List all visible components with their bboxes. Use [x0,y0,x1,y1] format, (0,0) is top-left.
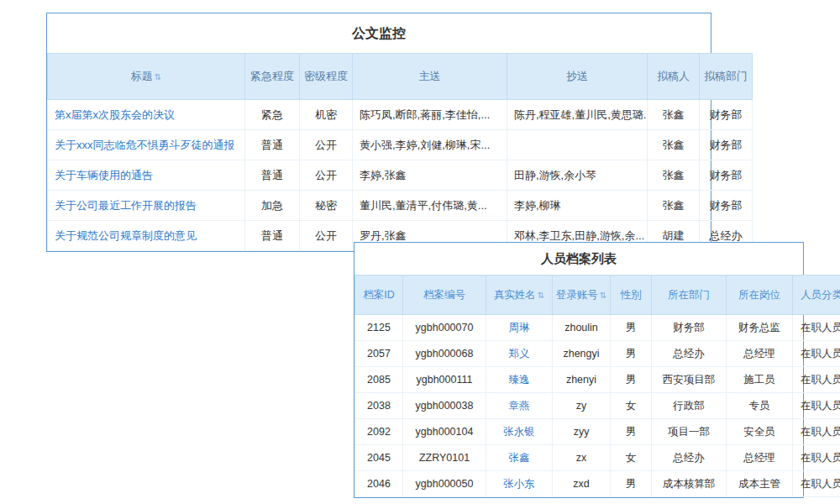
table-cell: 田静,游恢,余小琴 [507,160,648,191]
document-title-link[interactable]: 关于xxx同志临危不惧勇斗歹徒的通报 [55,139,235,151]
table-cell: 周琳 [486,315,553,341]
table-cell: 2092 [355,419,403,445]
table-cell: 财务部 [700,130,753,160]
person-name-link[interactable]: 郑义 [509,348,530,360]
person-name-link[interactable]: 章燕 [509,400,530,412]
table-cell: 总经理 [727,341,793,367]
column-header: 档案ID [355,276,403,315]
table-cell: 李婷,柳琳 [507,191,648,221]
person-name-link[interactable]: 张小东 [503,478,535,490]
column-header: 人员分类 [793,276,840,315]
table-row: 2038ygbh000038章燕zy女行政部专员在职人员 [355,393,840,419]
table-cell: 张鑫 [648,160,700,191]
table-cell: 行政部 [652,393,727,419]
document-title-link[interactable]: 第x届第x次股东会的决议 [55,108,175,121]
table-cell: zhenyi [553,367,611,393]
table-cell: 财务部 [700,160,753,191]
column-header-label: 拟稿人 [657,70,690,82]
personnel-archive-body: 2125ygbh000070周琳zhoulin男财务部财务总监在职人员2057y… [355,315,840,497]
table-cell: 张永银 [486,419,553,445]
column-header[interactable]: 真实姓名⇅ [486,276,553,315]
table-cell: 2045 [355,445,403,471]
table-row: 2092ygbh000104张永银zyy男项目一部安全员在职人员 [355,419,840,445]
column-header: 紧急程度 [245,54,300,100]
table-cell: 男 [611,367,652,393]
table-cell: 张鑫 [648,100,700,130]
sort-icon[interactable]: ⇅ [538,291,544,300]
table-cell: 张小东 [486,471,553,497]
table-row: 2125ygbh000070周琳zhoulin男财务部财务总监在职人员 [355,315,840,341]
table-row: 2057ygbh000068郑义zhengyi男总经办总经理在职人员 [355,341,840,367]
table-cell: 男 [611,341,652,367]
column-header: 拟稿部门 [700,54,753,100]
table-cell: 在职人员 [793,315,840,341]
column-header[interactable]: 标题⇅ [48,54,245,100]
personnel-archive-panel: 人员档案列表 档案ID档案编号真实姓名⇅登录账号⇅性别所在部门所在岗位人员分类 … [354,242,804,498]
table-cell: 财务部 [700,100,753,130]
document-monitor-body: 第x届第x次股东会的决议紧急机密陈巧凤,断郎,蒋丽,李佳怡,...陈丹,程亚雄,… [48,100,753,251]
person-name-link[interactable]: 张永银 [503,426,535,438]
table-cell: zx [553,445,611,471]
page: 公文监控 标题⇅紧急程度密级程度主送抄送拟稿人拟稿部门 第x届第x次股东会的决议… [0,0,840,504]
sort-icon[interactable]: ⇅ [155,72,161,81]
column-header-label: 性别 [621,289,642,301]
personnel-archive-table: 档案ID档案编号真实姓名⇅登录账号⇅性别所在部门所在岗位人员分类 2125ygb… [354,275,840,497]
sort-icon[interactable]: ⇅ [600,291,606,300]
table-row: 2045ZZRY0101张鑫zx女总经办总经理在职人员 [355,445,840,471]
table-cell: 女 [611,393,652,419]
column-header-label: 所在部门 [668,289,710,301]
table-cell: 2057 [355,341,403,367]
column-header-label: 档案ID [363,289,395,301]
column-header-label: 主送 [419,70,441,82]
column-header: 拟稿人 [648,54,700,100]
table-row: 关于xxx同志临危不惧勇斗歹徒的通报普通公开黄小强,李婷,刘健,柳琳,宋...张… [48,130,753,160]
table-cell: 臻逸 [486,367,553,393]
column-header-label: 抄送 [566,70,588,82]
column-header: 性别 [611,276,652,315]
table-cell: 财务总监 [727,315,793,341]
table-cell: 公开 [300,221,353,251]
table-cell: 在职人员 [793,341,840,367]
table-cell: 男 [611,471,652,497]
table-cell: 第x届第x次股东会的决议 [48,100,245,130]
table-cell: 2125 [355,315,403,341]
document-title-link[interactable]: 关于公司最近工作开展的报告 [55,199,197,212]
table-row: 2046ygbh000050张小东zxd男成本核算部成本主管在职人员 [355,471,840,497]
person-name-link[interactable]: 张鑫 [509,452,530,464]
column-header-label: 密级程度 [304,70,348,82]
person-name-link[interactable]: 臻逸 [509,374,530,386]
table-cell: 在职人员 [793,419,840,445]
table-cell: 陈巧凤,断郎,蒋丽,李佳怡,... [353,100,507,130]
header-row: 标题⇅紧急程度密级程度主送抄送拟稿人拟稿部门 [48,54,753,100]
table-cell: 总经办 [652,445,727,471]
personnel-archive-title: 人员档案列表 [354,243,803,275]
table-cell: 在职人员 [793,393,840,419]
table-cell: 施工员 [727,367,793,393]
table-cell: 财务部 [700,191,753,221]
table-cell: 章燕 [486,393,553,419]
table-cell: 紧急 [245,100,300,130]
table-cell: 关于xxx同志临危不惧勇斗歹徒的通报 [48,130,245,160]
table-cell: zy [553,393,611,419]
table-cell: 2038 [355,393,403,419]
table-cell: 成本核算部 [652,471,727,497]
table-cell: ygbh000050 [403,471,486,497]
table-cell: 关于车辆使用的通告 [48,160,245,191]
document-monitor-title: 公文监控 [47,13,711,53]
table-cell: 郑义 [486,341,553,367]
person-name-link[interactable]: 周琳 [509,322,530,333]
column-header[interactable]: 登录账号⇅ [553,276,611,315]
table-cell: ygbh000070 [403,315,486,341]
header-row: 档案ID档案编号真实姓名⇅登录账号⇅性别所在部门所在岗位人员分类 [355,276,840,315]
table-cell: 张鑫 [648,130,700,160]
column-header: 主送 [353,54,507,100]
table-cell: 男 [611,315,652,341]
document-title-link[interactable]: 关于规范公司规章制度的意见 [55,229,197,242]
table-cell: 张鑫 [486,445,553,471]
table-cell: ygbh000068 [403,341,486,367]
table-cell: 秘密 [300,191,353,221]
table-row: 关于车辆使用的通告普通公开李婷,张鑫田静,游恢,余小琴张鑫财务部 [48,160,753,191]
document-title-link[interactable]: 关于车辆使用的通告 [55,169,153,181]
column-header: 所在部门 [652,276,727,315]
table-cell: 普通 [245,221,300,251]
